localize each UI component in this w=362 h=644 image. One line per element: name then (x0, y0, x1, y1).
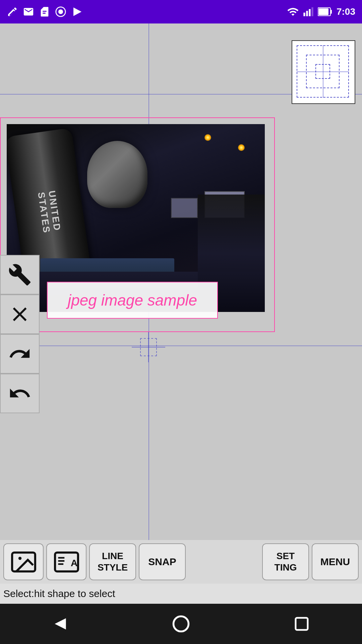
clock: 7:03 (337, 6, 355, 17)
menu-button[interactable]: MENU (312, 543, 359, 580)
wrench-icon (8, 263, 32, 286)
gmail-icon (23, 6, 34, 17)
battery-icon (318, 7, 333, 16)
svg-point-11 (18, 556, 21, 559)
redo-icon (8, 342, 32, 366)
svg-rect-5 (309, 9, 310, 16)
cross-dashed-container (297, 45, 350, 99)
svg-rect-3 (303, 13, 305, 16)
svg-text:A: A (71, 558, 77, 568)
canvas-area: UNITEDSTATES jpeg image sample (0, 23, 362, 621)
wifi-icon (287, 6, 299, 18)
status-text: Select:hit shape to select (3, 588, 115, 599)
svg-rect-6 (311, 7, 313, 16)
close-button[interactable] (0, 294, 40, 334)
nav-recent-button[interactable] (288, 610, 315, 637)
crosshair-horizontal-mid (0, 345, 362, 346)
nav-home-icon (172, 615, 190, 633)
widget-cross-v (323, 45, 323, 98)
navigation-bar (0, 604, 362, 644)
nav-home-button[interactable] (168, 610, 194, 637)
menu-label: MENU (320, 556, 350, 568)
insert-image-button[interactable] (3, 543, 44, 580)
line-style-button[interactable]: LINE STYLE (89, 543, 136, 580)
setting-label: SET TING (275, 550, 297, 573)
svg-marker-17 (55, 618, 66, 629)
record-icon (55, 6, 66, 17)
svg-marker-2 (73, 7, 81, 16)
nav-recent-icon (294, 616, 310, 632)
image-caption-box[interactable]: jpeg image sample (47, 282, 218, 319)
snap-button[interactable]: SNAP (139, 543, 186, 580)
svg-rect-4 (306, 11, 308, 16)
close-icon (8, 303, 32, 326)
insert-text-button[interactable]: A (46, 543, 86, 580)
setting-button[interactable]: SET TING (262, 543, 309, 580)
svg-point-1 (58, 9, 63, 14)
svg-rect-8 (330, 10, 332, 14)
redo-button[interactable] (0, 334, 40, 374)
snap-label: SNAP (148, 556, 176, 568)
status-bar: 7:03 (0, 0, 362, 23)
insert-text-icon: A (54, 549, 79, 575)
status-message: Select:hit shape to select (0, 584, 362, 604)
insert-image-icon (11, 549, 36, 575)
left-toolbar (0, 255, 40, 413)
nav-back-button[interactable] (47, 610, 74, 637)
signal-icon (303, 6, 314, 17)
crosshair-widget (292, 40, 355, 104)
wrench-button[interactable] (0, 255, 40, 294)
svg-point-18 (174, 616, 189, 632)
nav-back-icon (52, 615, 69, 632)
undo-button[interactable] (0, 374, 40, 413)
sim-icon (39, 6, 50, 17)
status-right: 7:03 (287, 6, 355, 18)
center-cross-target (132, 332, 165, 362)
image-caption-text: jpeg image sample (68, 291, 197, 309)
status-icons-left (7, 6, 82, 17)
svg-rect-9 (318, 8, 328, 15)
undo-icon (8, 382, 32, 405)
line-style-label: LINE STYLE (98, 550, 128, 573)
bottom-toolbar: A LINE STYLE SNAP SET TING MENU (0, 540, 362, 584)
svg-rect-19 (296, 618, 308, 630)
play-icon (71, 6, 82, 17)
edit-icon (7, 6, 18, 17)
svg-rect-10 (12, 552, 35, 571)
